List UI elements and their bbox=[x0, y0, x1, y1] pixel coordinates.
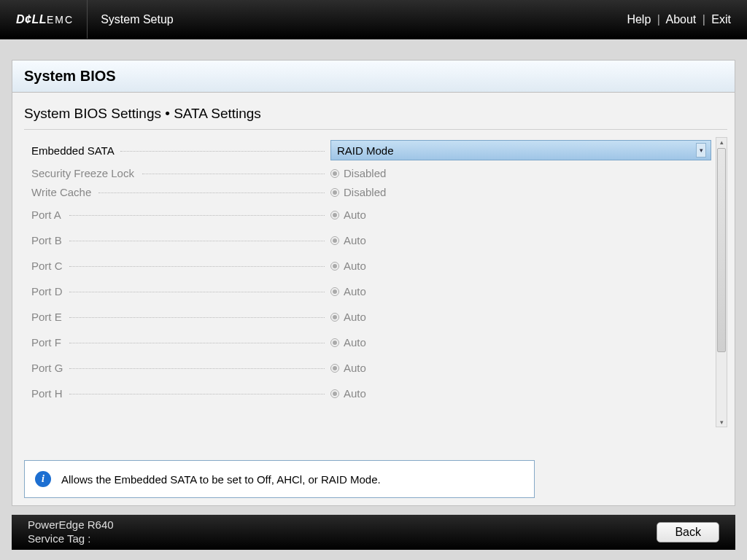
port-value: Auto bbox=[344, 336, 366, 349]
radio-icon bbox=[330, 287, 339, 296]
form-area: Embedded SATA RAID Mode ▾ Security Freez… bbox=[24, 137, 727, 427]
security-freeze-value: Disabled bbox=[344, 167, 386, 179]
label-port: Port B bbox=[31, 234, 330, 246]
port-value: Auto bbox=[344, 311, 366, 323]
about-link[interactable]: About bbox=[665, 13, 696, 26]
chevron-down-icon: ▾ bbox=[696, 143, 706, 158]
row-port: Port DAuto bbox=[24, 279, 711, 304]
row-port: Port CAuto bbox=[24, 253, 711, 279]
scroll-down-icon[interactable]: ▾ bbox=[716, 418, 727, 427]
model-name: PowerEdge R640 bbox=[28, 518, 114, 532]
label-port: Port H bbox=[31, 387, 330, 400]
separator: | bbox=[654, 13, 663, 26]
separator: | bbox=[700, 13, 708, 26]
value-security-freeze: Disabled bbox=[330, 167, 711, 179]
brand-main: D¢LL bbox=[16, 13, 47, 26]
embedded-sata-selected: RAID Mode bbox=[337, 144, 394, 157]
row-port: Port EAuto bbox=[24, 304, 711, 330]
port-value: Auto bbox=[344, 234, 366, 246]
value-port: Auto bbox=[330, 209, 711, 221]
radio-icon bbox=[330, 236, 339, 245]
scrollbar[interactable]: ▴ ▾ bbox=[716, 137, 727, 427]
value-port: Auto bbox=[330, 311, 711, 323]
port-value: Auto bbox=[344, 387, 366, 400]
panel-body: System BIOS Settings • SATA Settings Emb… bbox=[12, 93, 735, 427]
radio-icon bbox=[330, 364, 339, 373]
help-link[interactable]: Help bbox=[627, 13, 651, 26]
write-cache-value: Disabled bbox=[344, 186, 386, 198]
form-body: Embedded SATA RAID Mode ▾ Security Freez… bbox=[24, 137, 716, 406]
row-port: Port GAuto bbox=[24, 355, 711, 381]
label-port: Port D bbox=[31, 285, 330, 298]
radio-icon bbox=[330, 211, 339, 219]
app-title: System Setup bbox=[88, 13, 174, 26]
port-value: Auto bbox=[344, 362, 366, 374]
value-port: Auto bbox=[330, 285, 711, 298]
row-port: Port AAuto bbox=[24, 202, 711, 228]
radio-icon bbox=[330, 188, 339, 197]
divider bbox=[24, 129, 727, 130]
footer-meta: PowerEdge R640 Service Tag : bbox=[28, 518, 114, 546]
panel-title: System BIOS bbox=[12, 61, 735, 93]
value-port: Auto bbox=[330, 362, 711, 374]
embedded-sata-dropdown[interactable]: RAID Mode ▾ bbox=[330, 140, 711, 160]
value-port: Auto bbox=[330, 387, 711, 400]
row-security-freeze: Security Freeze Lock Disabled bbox=[24, 164, 711, 183]
value-port: Auto bbox=[330, 234, 711, 246]
info-icon: i bbox=[35, 471, 51, 487]
label-security-freeze: Security Freeze Lock bbox=[31, 167, 330, 179]
top-bar: D¢LLEMC System Setup Help | About | Exit bbox=[0, 0, 747, 39]
service-tag-label: Service Tag : bbox=[28, 532, 114, 546]
info-text: Allows the Embedded SATA to be set to Of… bbox=[61, 473, 381, 486]
scroll-thumb[interactable] bbox=[717, 148, 726, 352]
main-panel: System BIOS System BIOS Settings • SATA … bbox=[12, 60, 735, 506]
radio-icon bbox=[330, 389, 339, 398]
info-box: i Allows the Embedded SATA to be set to … bbox=[24, 460, 535, 498]
port-value: Auto bbox=[344, 285, 366, 298]
label-write-cache: Write Cache bbox=[31, 186, 330, 198]
label-port: Port E bbox=[31, 311, 330, 323]
brand-emc: EMC bbox=[47, 14, 74, 26]
value-embedded-sata: RAID Mode ▾ bbox=[330, 140, 711, 160]
label-port: Port A bbox=[31, 209, 330, 221]
radio-icon bbox=[330, 262, 339, 271]
breadcrumb: System BIOS Settings • SATA Settings bbox=[24, 106, 727, 122]
value-port: Auto bbox=[330, 260, 711, 272]
exit-link[interactable]: Exit bbox=[711, 13, 731, 26]
scroll-up-icon[interactable]: ▴ bbox=[716, 138, 727, 147]
value-write-cache: Disabled bbox=[330, 186, 711, 198]
row-port: Port HAuto bbox=[24, 381, 711, 406]
port-value: Auto bbox=[344, 209, 366, 221]
footer-bar: PowerEdge R640 Service Tag : Back bbox=[12, 515, 735, 550]
radio-icon bbox=[330, 169, 339, 178]
value-port: Auto bbox=[330, 336, 711, 349]
label-port: Port C bbox=[31, 260, 330, 272]
row-embedded-sata: Embedded SATA RAID Mode ▾ bbox=[24, 137, 711, 164]
back-button[interactable]: Back bbox=[657, 522, 719, 542]
label-port: Port G bbox=[31, 362, 330, 374]
label-embedded-sata: Embedded SATA bbox=[31, 144, 330, 157]
radio-icon bbox=[330, 313, 339, 322]
radio-icon bbox=[330, 338, 339, 347]
row-port: Port FAuto bbox=[24, 330, 711, 355]
brand-logo: D¢LLEMC bbox=[16, 0, 88, 39]
top-links: Help | About | Exit bbox=[627, 13, 731, 26]
row-write-cache: Write Cache Disabled bbox=[24, 183, 711, 202]
row-port: Port BAuto bbox=[24, 228, 711, 253]
port-value: Auto bbox=[344, 260, 366, 272]
label-port: Port F bbox=[31, 336, 330, 349]
